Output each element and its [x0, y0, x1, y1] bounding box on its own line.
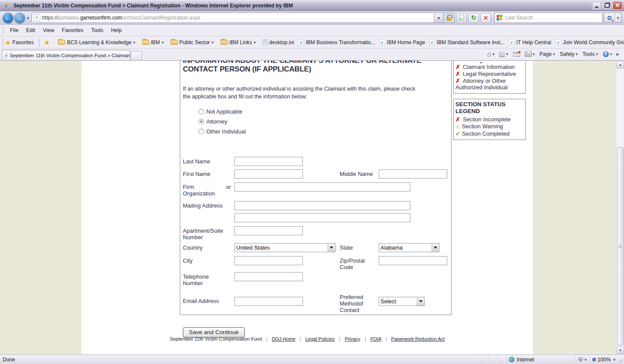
- close-button[interactable]: ✕: [613, 1, 622, 10]
- ie-page-icon: e: [298, 39, 304, 45]
- restore-button[interactable]: [602, 1, 612, 10]
- country-select[interactable]: United States: [234, 243, 335, 252]
- first-name-field[interactable]: [234, 169, 303, 179]
- back-button[interactable]: ←: [3, 13, 13, 23]
- new-tab-button[interactable]: [131, 51, 142, 60]
- footer-brand: September 11th Victim Compensation Fund: [170, 336, 262, 341]
- menu-help[interactable]: Help: [107, 26, 126, 35]
- radio-other-individual[interactable]: Other Individual: [198, 127, 448, 136]
- zip-field[interactable]: [379, 256, 447, 265]
- favorite-folder-ibm[interactable]: IBM▾: [138, 39, 166, 46]
- address-bar[interactable]: e https://portaldev.garretsonfirm.com/vc…: [32, 13, 455, 23]
- search-input[interactable]: Live Search: [494, 13, 603, 23]
- home-button[interactable]: ⌂▾: [485, 49, 496, 59]
- telephone-field[interactable]: [234, 272, 303, 281]
- address-dropdown-button[interactable]: ▾: [434, 13, 443, 23]
- compatibility-view-button[interactable]: [456, 13, 467, 23]
- navigation-bar: ← → ▾ e https://portaldev.garretsonfirm.…: [0, 11, 624, 25]
- sidebar-item-attorney-or-other[interactable]: ✗Attorney or Other Authorized Individual: [455, 78, 523, 91]
- preferred-method-select[interactable]: Select: [379, 297, 425, 306]
- radio-not-applicable[interactable]: Not Applicable: [198, 107, 448, 117]
- state-select[interactable]: Alabama: [379, 243, 439, 252]
- menu-view[interactable]: View: [39, 26, 58, 35]
- clipped-row: [455, 61, 523, 63]
- favorite-it-help-central[interactable]: eIT Help Central: [504, 39, 551, 46]
- mail-icon: [513, 52, 520, 57]
- radio-attorney[interactable]: Attorney: [198, 117, 448, 127]
- menu-favorites[interactable]: Favorites: [58, 26, 87, 35]
- read-mail-button[interactable]: [511, 51, 522, 58]
- contact-type-radio-group: Not Applicable Attorney Other Individual: [198, 107, 448, 136]
- vertical-scrollbar[interactable]: ▲ ▼: [616, 61, 624, 354]
- favorite-ibm-business-transformation[interactable]: eIBM Business Transformatio...: [294, 39, 375, 46]
- mailing-address-label: Mailing Address: [183, 201, 234, 209]
- middle-name-field[interactable]: [379, 169, 447, 179]
- x-incomplete-icon: ✗: [455, 71, 460, 77]
- tools-menu-button[interactable]: Tools▾: [581, 50, 600, 58]
- favorites-button[interactable]: Favorites: [13, 39, 34, 46]
- forward-button[interactable]: →: [14, 13, 25, 23]
- feeds-button[interactable]: ▾: [497, 51, 510, 58]
- sidebar-item-claimant-information[interactable]: ✗Claimant Information: [455, 64, 523, 70]
- stop-button[interactable]: ✕: [481, 13, 491, 23]
- help-menu-button[interactable]: ?▾: [601, 50, 614, 58]
- toolbar-grip: [39, 39, 40, 46]
- status-bar: Done Internet ▾ 100% ▾: [0, 354, 624, 364]
- last-name-field[interactable]: [234, 157, 303, 166]
- section-heading: CONTACT PERSON (IF APPLICABLE): [183, 65, 448, 74]
- stop-icon: ✕: [484, 15, 488, 21]
- page-menu-button[interactable]: Page▾: [538, 50, 557, 58]
- scroll-down-button[interactable]: ▼: [617, 347, 624, 354]
- command-overflow-button[interactable]: »: [616, 51, 619, 57]
- favorite-join-world-community-grid[interactable]: eJoin World Community Grid: [551, 39, 624, 46]
- warning-icon: ⚠: [455, 124, 460, 130]
- protected-mode-button[interactable]: ▾: [575, 355, 589, 364]
- sidebar-item-legal-representative[interactable]: ✗Legal Representative: [455, 71, 523, 77]
- status-text: Done: [0, 357, 488, 363]
- scroll-up-button[interactable]: ▲: [617, 61, 624, 68]
- url-text[interactable]: https://portaldev.garretsonfirm.com/vcfs…: [42, 13, 434, 23]
- zoom-control[interactable]: 100% ▾: [589, 355, 618, 364]
- security-lock-button[interactable]: [443, 13, 454, 23]
- footer-link-privacy[interactable]: Privacy: [345, 336, 361, 341]
- mailing-address-2-field[interactable]: [234, 213, 410, 222]
- search-button[interactable]: [604, 13, 614, 23]
- scrollbar-thumb[interactable]: [617, 147, 624, 345]
- favorite-folder-bcs[interactable]: BCS Learning & Knowledge▾: [54, 39, 137, 46]
- chevron-down-icon: ▾: [133, 40, 135, 45]
- safety-menu-button[interactable]: Safety▾: [558, 50, 580, 58]
- history-dropdown-icon[interactable]: ▾: [27, 16, 29, 20]
- favorite-folder-ibm-links[interactable]: IBM Links▾: [216, 39, 258, 46]
- footer-link-legal-policies[interactable]: Legal Policies: [306, 336, 335, 341]
- refresh-button[interactable]: ↻: [468, 13, 479, 23]
- print-button[interactable]: ▾: [523, 51, 537, 58]
- menu-edit[interactable]: Edit: [22, 26, 39, 35]
- tab-active[interactable]: e September 11th Victim Compensation Fun…: [2, 50, 130, 60]
- city-field[interactable]: [234, 256, 303, 265]
- search-options-button[interactable]: ▾: [614, 13, 621, 23]
- chevron-down-icon: ▾: [162, 40, 164, 45]
- chevron-down-icon: ▾: [254, 40, 256, 45]
- favorite-folder-public-sector[interactable]: Public Sector▾: [166, 39, 216, 46]
- mailing-address-field[interactable]: [234, 201, 410, 210]
- chevron-down-icon: [432, 244, 439, 252]
- menu-file[interactable]: File: [6, 26, 22, 35]
- footer-link-foia[interactable]: FOIA: [370, 336, 381, 341]
- radio-icon: [198, 109, 204, 114]
- legend-incomplete: ✗Section Incomplete: [455, 116, 523, 123]
- firm-field[interactable]: [234, 182, 410, 192]
- footer-link-paperwork-reduction-act[interactable]: Paperwork Reduction Act: [391, 336, 445, 341]
- favorite-ibm-standard-software[interactable]: eIBM Standard Software Inst...: [425, 39, 505, 46]
- menu-tools[interactable]: Tools: [87, 26, 107, 35]
- favorite-desktop-ini[interactable]: desktop.ini: [258, 39, 294, 46]
- add-to-favorites-button[interactable]: ★: [44, 39, 50, 46]
- chevron-down-icon: ▾: [533, 52, 535, 56]
- footer-link-doj-home[interactable]: DOJ Home: [272, 336, 295, 341]
- minimize-button[interactable]: [592, 1, 601, 10]
- internet-zone-icon: [509, 357, 514, 362]
- ie-page-icon: e: [556, 39, 561, 45]
- apartment-field[interactable]: [234, 226, 303, 235]
- home-icon: ⌂: [487, 50, 491, 58]
- favorite-ibm-home-page[interactable]: eIBM Home Page: [375, 39, 425, 46]
- email-field[interactable]: [234, 297, 303, 306]
